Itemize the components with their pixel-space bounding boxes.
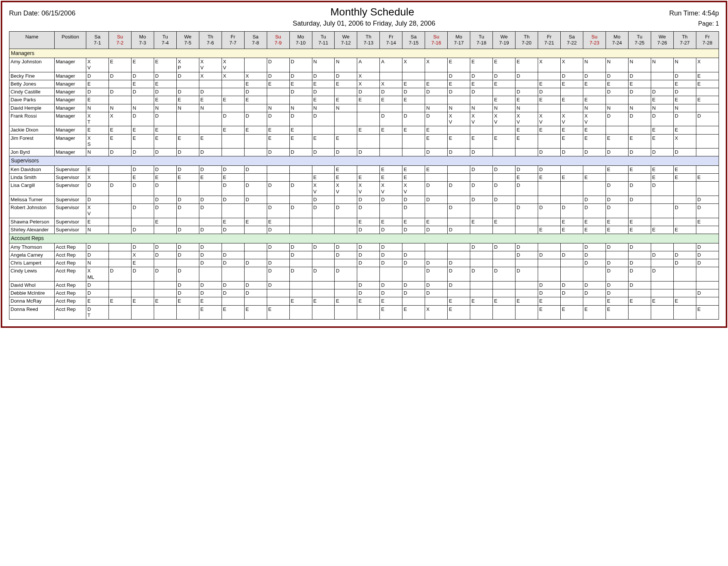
schedule-cell: D <box>222 112 244 126</box>
table-row: Frank RossiManagerX TXDDDDDDDDDDX VX VX … <box>9 112 719 126</box>
schedule-cell: D <box>402 88 425 96</box>
schedule-cell <box>289 281 312 289</box>
table-row: Angela CarneyAcct RepDXDDDDDDDDDDDDDDDD <box>9 251 719 259</box>
schedule-cell: E <box>583 218 606 226</box>
schedule-cell <box>154 259 176 267</box>
schedule-cell <box>176 305 199 320</box>
schedule-cell: E <box>402 96 425 104</box>
schedule-cell: D <box>628 196 651 203</box>
schedule-cell: D <box>470 72 493 80</box>
schedule-cell <box>651 289 673 297</box>
table-row: Ken DavidsonSupervisorEDDDDDDEEEEDDDDEEE… <box>9 165 719 173</box>
schedule-cell: X V <box>86 204 109 218</box>
schedule-cell: D <box>357 204 380 218</box>
schedule-cell: E <box>199 305 222 320</box>
schedule-cell: E <box>583 174 606 182</box>
schedule-cell: D <box>425 289 448 297</box>
schedule-cell <box>515 218 538 226</box>
col-position: Position <box>55 32 86 49</box>
schedule-cell <box>696 165 719 173</box>
schedule-cell: D <box>267 267 289 281</box>
schedule-cell <box>222 243 244 251</box>
schedule-cell <box>199 218 222 226</box>
schedule-cell <box>222 80 244 88</box>
schedule-cell: D <box>267 112 289 126</box>
schedule-cell: D <box>448 88 470 96</box>
schedule-cell <box>222 267 244 281</box>
schedule-cell: D <box>628 112 651 126</box>
col-day: We7-12 <box>335 32 357 49</box>
schedule-cell <box>651 281 673 289</box>
schedule-cell: N <box>312 104 335 112</box>
col-day: Sa7-8 <box>244 32 267 49</box>
table-row: Melissa TurnerSupervisorDDDDDDDDDDDDDDDD… <box>9 196 719 203</box>
schedule-cell: N <box>131 104 154 112</box>
schedule-cell: D <box>606 259 628 267</box>
schedule-cell <box>628 289 651 297</box>
employee-name: Betty Jones <box>9 80 55 88</box>
schedule-cell: E <box>493 58 515 72</box>
schedule-cell <box>244 297 267 305</box>
day-date: 7-2 <box>116 40 124 46</box>
schedule-cell: D <box>109 148 131 156</box>
schedule-cell: D <box>561 289 583 297</box>
schedule-cell: E <box>402 305 425 320</box>
report-frame: Run Date: 06/15/2006 Monthly Schedule Ru… <box>1 1 727 328</box>
schedule-cell: E <box>673 126 696 134</box>
schedule-cell: D <box>176 196 199 203</box>
employee-name: Amy Johnston <box>9 58 55 72</box>
schedule-cell: D <box>606 148 628 156</box>
schedule-cell: D <box>312 243 335 251</box>
schedule-cell: E <box>470 297 493 305</box>
schedule-cell: D <box>244 196 267 203</box>
schedule-cell: E <box>673 80 696 88</box>
schedule-cell <box>583 182 606 196</box>
schedule-cell: E <box>493 96 515 104</box>
schedule-cell: D <box>425 182 448 196</box>
schedule-cell: X T <box>86 112 109 126</box>
schedule-cell: E <box>86 165 109 173</box>
schedule-cell: D <box>696 259 719 267</box>
day-date: 7-25 <box>635 40 644 46</box>
schedule-cell: N <box>515 104 538 112</box>
day-abbr: Tu <box>155 34 176 40</box>
schedule-cell: D <box>606 196 628 203</box>
schedule-cell <box>244 58 267 72</box>
schedule-cell: N <box>199 104 222 112</box>
schedule-cell: E <box>425 126 448 134</box>
schedule-cell: D <box>244 88 267 96</box>
day-abbr: We <box>335 34 356 40</box>
schedule-cell: D <box>154 165 176 173</box>
day-abbr: Fr <box>223 34 243 40</box>
schedule-cell: E <box>651 174 673 182</box>
schedule-cell: X <box>673 134 696 148</box>
day-date: 7-22 <box>567 40 577 46</box>
schedule-cell: D <box>176 243 199 251</box>
run-date-label: Run Date: <box>9 9 40 17</box>
schedule-cell: E <box>402 126 425 134</box>
schedule-cell: E <box>176 134 199 148</box>
schedule-cell: D <box>267 226 289 234</box>
employee-name: Robert Johnston <box>9 204 55 218</box>
schedule-cell: E <box>154 134 176 148</box>
schedule-cell: D <box>357 281 380 289</box>
schedule-cell <box>538 218 561 226</box>
schedule-cell <box>583 165 606 173</box>
col-day: Tu7-11 <box>312 32 335 49</box>
schedule-cell <box>628 96 651 104</box>
run-date-value: 06/15/2006 <box>41 9 75 17</box>
day-date: 7-14 <box>386 40 396 46</box>
schedule-cell <box>628 174 651 182</box>
employee-name: David Whol <box>9 281 55 289</box>
schedule-cell <box>673 267 696 281</box>
employee-name: Cindy Lewis <box>9 267 55 281</box>
employee-name: Shawna Peterson <box>9 218 55 226</box>
day-date: 7-8 <box>252 40 259 46</box>
schedule-cell <box>448 174 470 182</box>
schedule-cell <box>538 72 561 80</box>
schedule-cell <box>312 281 335 289</box>
report-title: Monthly Schedule <box>75 6 669 18</box>
schedule-cell: D <box>131 226 154 234</box>
schedule-cell: E <box>606 226 628 234</box>
schedule-cell: D <box>696 251 719 259</box>
